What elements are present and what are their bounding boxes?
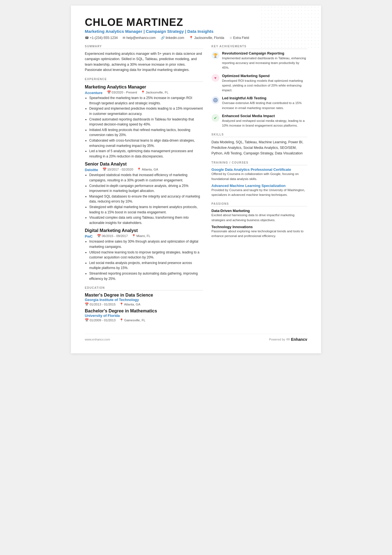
job-location-icon-2: 📍 Miami, FL — [132, 234, 150, 238]
bullet-1-1: Conducted in-depth campaign performance … — [89, 183, 203, 194]
skills-heading: SKILLS — [212, 133, 307, 137]
skills-text: Data Modeling, SQL, Tableau, Machine Lea… — [212, 139, 307, 156]
linkedin-icon: 🔗 — [161, 36, 165, 40]
footer-powered-by: Powered by — [269, 338, 285, 341]
achievements-heading: KEY ACHIEVEMENTS — [212, 45, 307, 49]
job-company-0: Accenture — [85, 91, 103, 95]
achievement-icon-2 — [212, 96, 219, 104]
achievement-desc-1: Developed ROI tracking models that optim… — [222, 78, 307, 93]
training-heading: TRAINING / COURSES — [212, 161, 307, 165]
summary-text: Experienced marketing analytics manager … — [85, 51, 203, 73]
course-1: Advanced Machine Learning Specialization… — [212, 184, 307, 198]
main-content: SUMMARY Experienced marketing analytics … — [85, 45, 307, 327]
edu-degree-0: Master's Degree in Data Science — [85, 293, 203, 298]
footer: www.enhancv.com Powered by ∞ Enhancv — [85, 334, 307, 342]
achievement-title-0: Revolutionized Campaign Reporting — [222, 51, 307, 55]
passion-desc-0: Excited about harnessing data to drive i… — [212, 213, 307, 223]
education-heading: EDUCATION — [85, 286, 203, 290]
passion-desc-1: Passionate about exploring new technolog… — [212, 229, 307, 239]
resume-page: CHLOE MARTINEZ Marketing Analytics Manag… — [71, 6, 321, 353]
job-date-icon-1: 📅 10/2017 - 02/2020 — [103, 167, 133, 171]
bullet-1-4: Visualized complex data sets using Table… — [89, 215, 203, 225]
passion-title-0: Data-Driven Marketing — [212, 209, 307, 213]
bullet-0-0: Spearheaded the marketing team to a 25% … — [89, 95, 203, 106]
bullet-0-5: Led a team of 5 analysts, optimizing dat… — [89, 149, 203, 159]
edu-item-0: Master's Degree in Data Science Georgia … — [85, 293, 203, 306]
course-desc-0: Offered by Coursera in collaboration wit… — [212, 172, 307, 181]
edu-meta-1: 📅 01/2009 - 01/2013 📍 Gainesville, FL — [85, 318, 203, 322]
bullet-1-0: Developed statistical models that increa… — [89, 172, 203, 183]
edu-item-1: Bachelor's Degree in Mathematics Univers… — [85, 309, 203, 322]
edu-degree-1: Bachelor's Degree in Mathematics — [85, 309, 203, 314]
contact-info: ☎ +1-(234)-555-1234 ✉ help@enhancv.com 🔗… — [85, 36, 307, 40]
job-location-icon-1: 📍 Atlanta, GA — [137, 167, 158, 171]
job-location-icon-0: 📍 Jacksonville, FL — [141, 90, 168, 94]
enhancv-logo-icon: ∞ — [286, 336, 290, 342]
skills-section: SKILLS Data Modeling, SQL, Tableau, Mach… — [212, 133, 307, 156]
edu-meta-0: 📅 01/2013 - 01/2015 📍 Atlanta, GA — [85, 302, 203, 306]
bullet-1-3: Strategized with digital marketing teams… — [89, 204, 203, 215]
achievement-1: ♥ Optimized Marketing Spend Developed RO… — [212, 74, 307, 93]
key-achievements-section: KEY ACHIEVEMENTS 🏆 Revolutionized Campai… — [212, 45, 307, 128]
left-column: SUMMARY Experienced marketing analytics … — [85, 45, 203, 327]
education-section: EDUCATION Master's Degree in Data Scienc… — [85, 286, 203, 322]
achievement-content-3: Enhanced Social Media Impact Analyzed an… — [222, 114, 307, 128]
achievement-desc-0: Implemented automated dashboards in Tabl… — [222, 56, 307, 70]
training-section: TRAINING / COURSES Google Data Analytics… — [212, 161, 307, 197]
edu-location-1: 📍 Gainesville, FL — [120, 318, 145, 322]
job-bullets-1: Developed statistical models that increa… — [85, 172, 203, 225]
svg-point-2 — [215, 100, 216, 101]
footer-brand-name: Enhancv — [291, 337, 307, 342]
bullet-2-3: Streamlined reporting processes by autom… — [89, 271, 203, 281]
achievement-2: Led Insightful A/B Testing Oversaw exten… — [212, 96, 307, 110]
job-date-icon-2: 📅 06/2015 - 09/2017 — [97, 234, 128, 238]
job-meta-2: 📅 06/2015 - 09/2017 📍 Miami, FL — [97, 234, 150, 238]
bullet-1-2: Managed SQL databases to ensure the inte… — [89, 194, 203, 204]
job-title-2: Digital Marketing Analyst — [85, 228, 203, 233]
achievement-title-1: Optimized Marketing Spend — [222, 74, 307, 78]
right-column: KEY ACHIEVEMENTS 🏆 Revolutionized Campai… — [212, 45, 307, 327]
course-0: Google Data Analytics Professional Certi… — [212, 167, 307, 181]
email-contact: ✉ help@enhancv.com — [123, 36, 155, 40]
bullet-0-1: Designed and implemented predictive mode… — [89, 106, 203, 116]
passion-0: Data-Driven Marketing Excited about harn… — [212, 209, 307, 223]
candidate-name: CHLOE MARTINEZ — [85, 17, 307, 28]
achievement-desc-3: Analyzed and reshaped social media strat… — [222, 119, 307, 128]
job-meta-1: 📅 10/2017 - 02/2020 📍 Atlanta, GA — [103, 167, 158, 171]
bullet-2-2: Led social media analysis projects, enha… — [89, 260, 203, 271]
achievement-title-3: Enhanced Social Media Impact — [222, 114, 307, 118]
passions-section: PASSIONS Data-Driven Marketing Excited a… — [212, 202, 307, 238]
passion-1: Technology Innovations Passionate about … — [212, 225, 307, 239]
location-contact: 📍 Jacksonville, Florida — [189, 36, 224, 40]
extra-icon: ☆ — [229, 36, 232, 40]
job-item-0: Marketing Analytics Manager Accenture 📅 … — [85, 85, 203, 159]
course-desc-1: Provided by Coursera and taught by the U… — [212, 188, 307, 198]
linkedin-contact: 🔗 linkedin.com — [161, 36, 184, 40]
course-title-0: Google Data Analytics Professional Certi… — [212, 167, 307, 172]
phone-contact: ☎ +1-(234)-555-1234 — [85, 36, 118, 40]
achievement-0: 🏆 Revolutionized Campaign Reporting Impl… — [212, 51, 307, 70]
summary-section: SUMMARY Experienced marketing analytics … — [85, 45, 203, 73]
achievement-title-2: Led Insightful A/B Testing — [222, 96, 307, 100]
edu-date-1: 📅 01/2009 - 01/2013 — [85, 318, 116, 322]
achievement-desc-2: Oversaw extensive A/B testing that contr… — [222, 101, 307, 110]
job-title-1: Senior Data Analyst — [85, 162, 203, 167]
job-bullets-0: Spearheaded the marketing team to a 25% … — [85, 95, 203, 159]
experience-heading: EXPERIENCE — [85, 78, 203, 82]
achievement-content-1: Optimized Marketing Spend Developed ROI … — [222, 74, 307, 93]
extra-contact: ☆ Extra Field — [229, 36, 249, 40]
edu-location-0: 📍 Atlanta, GA — [120, 302, 140, 306]
job-company-1: Deloitte — [85, 168, 98, 172]
achievement-3: ✔ Enhanced Social Media Impact Analyzed … — [212, 114, 307, 128]
job-item-2: Digital Marketing Analyst PwC 📅 06/2015 … — [85, 228, 203, 281]
job-title-0: Marketing Analytics Manager — [85, 85, 203, 90]
bullet-2-1: Utilized machine learning tools to impro… — [89, 250, 203, 260]
experience-section: EXPERIENCE Marketing Analytics Manager A… — [85, 78, 203, 281]
header: CHLOE MARTINEZ Marketing Analytics Manag… — [85, 17, 307, 40]
achievement-icon-1: ♥ — [212, 74, 219, 82]
achievement-icon-3: ✔ — [212, 114, 219, 122]
edu-date-0: 📅 01/2013 - 01/2015 — [85, 302, 116, 306]
bullet-0-4: Collaborated with cross-functional teams… — [89, 138, 203, 148]
footer-brand: Powered by ∞ Enhancv — [269, 336, 307, 342]
achievement-content-0: Revolutionized Campaign Reporting Implem… — [222, 51, 307, 70]
